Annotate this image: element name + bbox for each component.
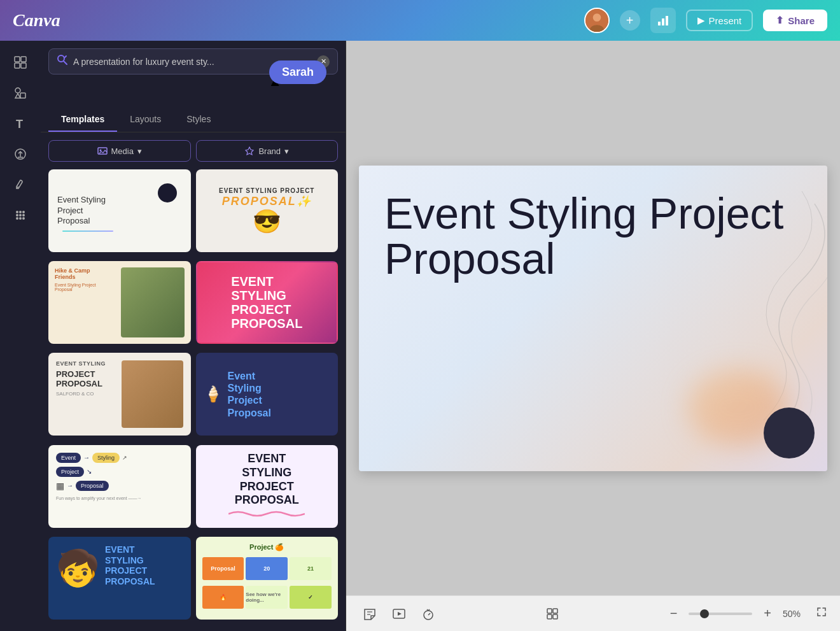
main-layout: T [0,41,840,631]
svg-rect-6 [15,57,20,62]
expand-button[interactable] [816,606,827,621]
brand-icon [244,146,255,156]
template-card-10[interactable]: Project 🍊 Proposal 20 21 🔥 See how we're… [196,537,339,620]
template-5-image [122,360,183,428]
template-2-inner: EVENT STYLING PROJECT PROPOSAL✨ 😎 [219,187,314,235]
svg-point-18 [19,211,22,213]
slide-title: Event Styling Project Proposal [384,191,802,282]
slide-circle [764,408,815,458]
template-1-circle [158,183,177,202]
shapes-icon [13,86,27,100]
svg-rect-41 [553,614,557,619]
svg-line-37 [428,613,430,615]
share-button[interactable]: ⬆ Share [763,10,827,31]
brand-filter-button[interactable]: Brand ▾ [196,140,339,162]
bottom-toolbar-center [542,603,563,625]
template-card-4[interactable]: EVENTSTYLINGPROJECTPROPOSAL [196,261,339,344]
search-icon [57,54,68,69]
template-5-big-title: PROJECTPROPOSAL [56,369,118,388]
play-button[interactable] [388,603,410,625]
template-3-image [121,267,185,337]
tab-styles[interactable]: Styles [174,108,223,132]
template-card-6[interactable]: 🍦 EventStylingProjectProposal [196,353,339,436]
zoom-slider[interactable] [689,613,752,615]
bottom-toolbar-left [359,603,439,625]
media-dropdown-icon: ▾ [137,146,142,156]
sidebar-text-button[interactable]: T [6,110,34,138]
svg-point-21 [19,214,22,216]
present-button[interactable]: ▶ Present [686,10,753,31]
template-6-title: EventStylingProjectProposal [228,370,271,419]
sidebar-icons: T [0,41,41,631]
template-10-cell-4: 🔥 [202,586,244,609]
svg-text:T: T [16,118,23,131]
template-2-emoji: 😎 [219,208,314,235]
svg-rect-11 [20,93,25,98]
template-7-tag3: ▦ → Proposal [56,481,183,491]
bottom-toolbar: − + 50% [346,595,840,631]
template-3-sub: Event Styling ProjectProposal [55,283,118,292]
template-3-title: Hike & CampFriends [55,267,118,280]
svg-rect-7 [21,57,26,62]
template-card-8[interactable]: EVENTSTYLINGPROJECTPROPOSAL [196,445,339,528]
template-9-person: 🧒 [56,551,100,586]
zoom-out-button[interactable]: − [666,602,682,625]
svg-point-23 [16,217,18,220]
sarah-tooltip: Sarah [269,60,326,84]
expand-icon [816,606,827,618]
svg-rect-5 [666,16,668,25]
template-card-9[interactable]: 🧒 EventStylingProjectProposal [48,537,191,620]
svg-marker-33 [398,612,402,616]
timer-button[interactable] [417,603,439,625]
media-filter-button[interactable]: Media ▾ [48,140,191,162]
notes-button[interactable] [359,603,381,625]
play-icon [392,607,406,621]
svg-point-20 [16,214,18,216]
canvas-slide: Event Styling Project Proposal [359,166,827,471]
text-icon: T [13,117,27,131]
share-label: Share [788,15,815,26]
template-card-1[interactable]: Event StylingProjectProposal [48,169,191,252]
template-10-cell-5: See how we're doing... [246,586,288,609]
svg-rect-40 [547,614,552,619]
grid-view-button[interactable] [542,603,563,625]
app-header: Canva + ▶ Present ⬆ Share [0,0,840,41]
zoom-label: 50% [783,609,808,619]
timer-icon [421,607,435,621]
bottom-toolbar-right: − + 50% [666,602,827,625]
cursor-area: ▲ Sarah [41,80,346,105]
template-3-left: Hike & CampFriends Event Styling Project… [55,267,118,313]
svg-point-22 [22,214,25,216]
tab-templates[interactable]: Templates [48,108,117,132]
grid-view-icon [545,607,559,621]
analytics-button[interactable] [650,8,676,33]
template-10-title: Project 🍊 [202,543,332,555]
sidebar-shapes-button[interactable] [6,79,34,107]
sidebar-pen-button[interactable] [6,171,34,199]
template-8-title: EVENTSTYLINGPROJECTPROPOSAL [228,452,305,507]
zoom-in-button[interactable]: + [760,602,775,625]
template-card-5[interactable]: Event Styling PROJECTPROPOSAL SALFORD & … [48,353,191,436]
analytics-icon [657,14,669,27]
avatar[interactable] [584,8,610,33]
svg-rect-8 [15,63,20,68]
pen-icon [13,178,27,192]
template-card-7[interactable]: Event → Styling ↗ Project ↘ ▦ → Proposal… [48,445,191,528]
media-icon [97,146,108,156]
template-card-3[interactable]: Hike & CampFriends Event Styling Project… [48,261,191,344]
template-card-2[interactable]: EVENT STYLING PROJECT PROPOSAL✨ 😎 [196,169,339,252]
svg-rect-3 [658,22,661,25]
svg-rect-39 [553,609,557,613]
add-collaborator-button[interactable]: + [620,10,640,31]
canvas-background[interactable]: Event Styling Project Proposal [346,41,840,595]
svg-point-29 [99,150,101,152]
tab-layouts[interactable]: Layouts [117,108,174,132]
panels-icon [13,55,27,69]
sidebar-upload-button[interactable] [6,140,34,168]
template-8-wave [228,510,305,518]
svg-rect-4 [662,18,664,25]
svg-point-1 [592,13,601,22]
sidebar-apps-button[interactable] [6,201,34,229]
upload-icon [13,147,27,161]
sidebar-panels-button[interactable] [6,48,34,76]
